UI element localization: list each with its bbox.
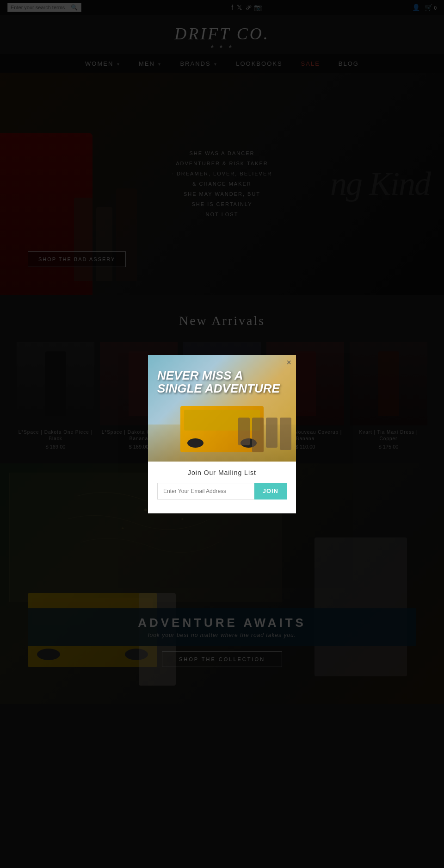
- email-signup-modal: × NEVER MISS A SINGLE ADVENTURE: [148, 355, 296, 513]
- modal-join-button[interactable]: JOIN: [254, 483, 287, 500]
- modal-mailing-list-label: Join Our Mailing List: [157, 469, 287, 476]
- modal-headline: NEVER MISS A SINGLE ADVENTURE: [157, 369, 287, 395]
- modal-people-image: [238, 418, 291, 452]
- modal-input-row: JOIN: [157, 483, 287, 500]
- modal-headline-text: NEVER MISS A SINGLE ADVENTURE: [157, 369, 287, 395]
- modal-overlay[interactable]: × NEVER MISS A SINGLE ADVENTURE: [0, 0, 444, 868]
- modal-image: NEVER MISS A SINGLE ADVENTURE: [148, 355, 296, 462]
- modal-close-button[interactable]: ×: [286, 358, 291, 368]
- modal-email-input[interactable]: [157, 483, 254, 500]
- modal-body: Join Our Mailing List JOIN: [148, 462, 296, 500]
